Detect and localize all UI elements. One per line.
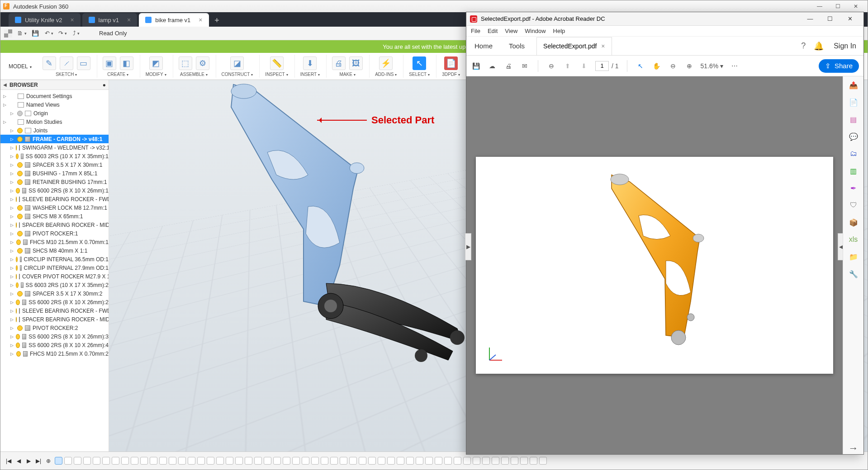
modify-icon[interactable]: ◩ [149, 56, 163, 70]
box-icon[interactable]: ◧ [120, 56, 133, 70]
pointer-icon[interactable]: ↖ [636, 61, 645, 71]
tree-row[interactable]: ▷SS 6000 2RS (8 X 10 X 26mm):1 [0, 186, 109, 195]
menu-window[interactable]: Window [525, 28, 545, 34]
page-down-icon[interactable]: ⬇ [579, 61, 589, 71]
doc-tab[interactable]: lamp v1× [82, 13, 138, 27]
help-icon[interactable]: ? [796, 41, 811, 51]
timeline-steps[interactable] [55, 457, 863, 465]
close-button[interactable]: ✕ [840, 13, 860, 25]
joint-icon[interactable]: ⚙ [196, 56, 209, 70]
tree-row[interactable]: ▷Named Views [0, 100, 109, 109]
maximize-button[interactable]: ☐ [829, 1, 847, 11]
timeline-step[interactable] [207, 457, 214, 465]
inspect-icon[interactable]: 📏 [270, 56, 284, 70]
timeline-step[interactable] [74, 457, 81, 465]
timeline-step[interactable] [378, 457, 385, 465]
create-pdf-icon[interactable]: 📄 [848, 96, 859, 108]
cloud-icon[interactable]: ☁ [487, 61, 497, 71]
tree-row[interactable]: ▷Joints [0, 126, 109, 135]
timeline-step[interactable] [264, 457, 271, 465]
tree-row[interactable]: ▷FHCS M10 21.5mm X 0.70mm:1 [0, 238, 109, 246]
doc-tab-active[interactable]: bike frame v1× [139, 13, 209, 27]
tree-row[interactable]: ▷Origin [0, 109, 109, 118]
addins-icon[interactable]: ⚡ [379, 56, 393, 70]
timeline-step[interactable] [292, 457, 300, 465]
tree-row[interactable]: ▷FHCS M10 21.5mm X 0.70mm:2 [0, 349, 109, 358]
timeline-step[interactable] [140, 457, 148, 465]
timeline-step[interactable] [520, 457, 528, 465]
close-button[interactable]: ✕ [847, 1, 865, 11]
timeline-step[interactable] [359, 457, 366, 465]
timeline-step[interactable] [197, 457, 205, 465]
timeline-fwd-button[interactable]: ▶| [35, 458, 42, 464]
zoom-out-icon[interactable]: ⊖ [546, 61, 556, 71]
select-icon[interactable]: ↖ [413, 56, 426, 70]
more-tools-icon[interactable]: 📁 [848, 251, 859, 263]
timeline-step[interactable] [302, 457, 309, 465]
tree-row[interactable]: ▷PIVOT ROCKER:1 [0, 229, 109, 238]
save-icon[interactable]: 💾 [471, 61, 481, 71]
share-button[interactable]: ⇪Share [819, 59, 859, 73]
timeline-play-button[interactable]: ▶ [25, 458, 32, 464]
timeline-step[interactable] [368, 457, 376, 465]
more-icon[interactable]: ⋯ [730, 61, 740, 71]
tree-row[interactable]: ▷SWINGARM - WELDMENT -> v32:1 [0, 143, 109, 152]
zoom-plus-icon[interactable]: ⊕ [684, 61, 694, 71]
timeline-step[interactable] [150, 457, 157, 465]
timeline-step[interactable] [539, 457, 547, 465]
undo-icon[interactable]: ↶ [45, 29, 53, 38]
timeline-step[interactable] [435, 457, 442, 465]
workspace-switcher[interactable]: MODEL [4, 63, 36, 70]
tree-row[interactable]: ▷Motion Studies [0, 118, 109, 126]
tree-row[interactable]: ▷SPACER BEARING ROCKER - MID I... [0, 315, 109, 324]
timeline-step[interactable] [93, 457, 100, 465]
page-up-icon[interactable]: ⬆ [563, 61, 573, 71]
print-icon[interactable]: 🖨 [503, 61, 513, 71]
timeline-step[interactable] [454, 457, 461, 465]
close-tab-icon[interactable]: × [601, 42, 605, 50]
export-pdf-icon[interactable]: 📤 [848, 79, 859, 91]
line-icon[interactable]: ⟋ [60, 56, 73, 70]
edit-pdf-icon[interactable]: ▤ [848, 113, 859, 125]
menu-view[interactable]: View [505, 28, 517, 34]
menu-edit[interactable]: Edit [488, 28, 498, 34]
minimize-button[interactable]: — [811, 1, 829, 11]
extrude-icon[interactable]: ▣ [103, 56, 116, 70]
timeline-step[interactable] [226, 457, 233, 465]
pdf-icon[interactable]: 📄 [444, 56, 458, 70]
minimize-button[interactable]: — [800, 13, 820, 25]
timeline-step[interactable] [482, 457, 490, 465]
timeline-step[interactable] [311, 457, 319, 465]
sign-icon[interactable]: ✒ [848, 182, 859, 194]
timeline-step[interactable] [131, 457, 138, 465]
sketch-icon[interactable]: ✎ [43, 56, 56, 70]
wrench-icon[interactable]: 🔧 [848, 268, 859, 280]
tree-row[interactable]: ▷SS 6000 2RS (8 X 10 X 26mm):2 [0, 298, 109, 306]
tab-home[interactable]: Home [466, 37, 501, 56]
timeline-step[interactable] [330, 457, 338, 465]
timeline-start-button[interactable]: |◀ [5, 458, 12, 464]
tree-row[interactable]: ▷SLEEVE BEARING ROCKER - FWD:2 [0, 306, 109, 315]
bell-icon[interactable]: 🔔 [811, 41, 826, 51]
tree-row[interactable]: ▷BUSHING - 17mm X 85L:1 [0, 169, 109, 178]
timeline-step[interactable] [340, 457, 347, 465]
timeline-step[interactable] [501, 457, 509, 465]
page-input[interactable] [595, 61, 609, 71]
timeline-step[interactable] [254, 457, 262, 465]
mail-icon[interactable]: ✉ [520, 61, 530, 71]
tree-row[interactable]: ▷SPACER 3.5 X 17 X 30mm:1 [0, 160, 109, 169]
timeline-step[interactable] [492, 457, 499, 465]
tree-row[interactable]: ▷RETAINER BUSHING 17mm:1 [0, 178, 109, 186]
timeline-step[interactable] [245, 457, 252, 465]
timeline-step[interactable] [425, 457, 433, 465]
make-icon[interactable]: 🖨 [332, 56, 346, 70]
rect-icon[interactable]: ▭ [77, 56, 90, 70]
redo-icon[interactable]: ↷ [58, 29, 66, 38]
timeline-back-button[interactable]: ◀ [15, 458, 22, 464]
close-tab-icon[interactable]: × [70, 16, 74, 24]
close-tab-icon[interactable]: × [199, 16, 202, 24]
timeline-step[interactable] [159, 457, 167, 465]
organize-icon[interactable]: ▥ [848, 165, 859, 177]
doc-tab[interactable]: Utility Knife v2× [9, 13, 81, 27]
timeline-step[interactable] [102, 457, 110, 465]
